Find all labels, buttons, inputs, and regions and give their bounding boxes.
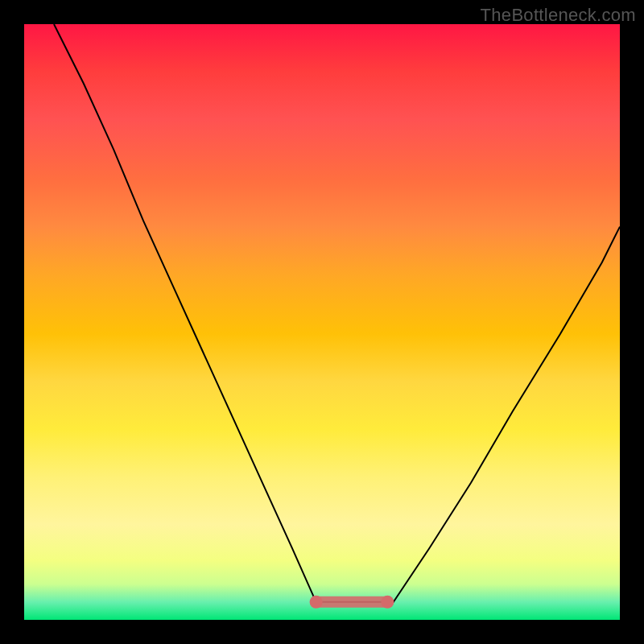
chart-frame: TheBottleneck.com bbox=[0, 0, 644, 644]
plot-area bbox=[24, 24, 620, 620]
marker-end-dot bbox=[310, 596, 323, 609]
curve-svg bbox=[24, 24, 620, 620]
bottleneck-curve bbox=[54, 24, 620, 602]
watermark-text: TheBottleneck.com bbox=[481, 5, 636, 26]
marker-end-dot bbox=[381, 596, 394, 609]
